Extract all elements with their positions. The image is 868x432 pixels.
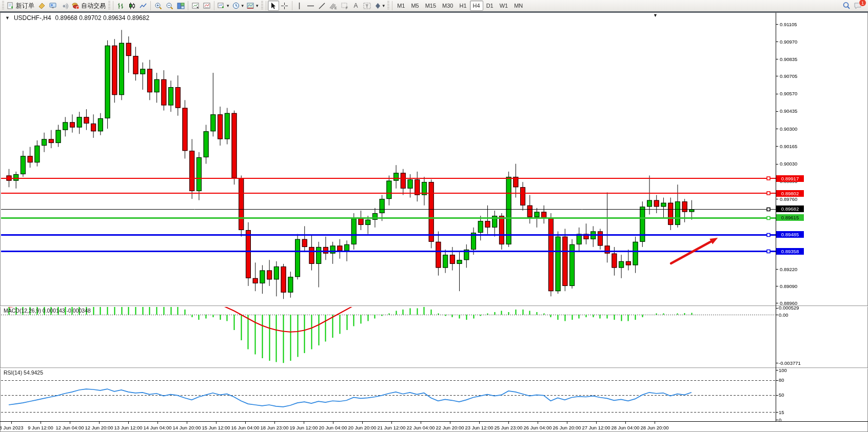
shapes-dropdown-button[interactable]: ▾: [373, 1, 387, 11]
signals-button[interactable]: [58, 1, 70, 11]
dropdown-arrow-icon: ▾: [256, 3, 259, 8]
template-dropdown-button[interactable]: ▾: [245, 1, 260, 11]
tile-windows-icon: [177, 2, 185, 10]
horizontal-line-icon: [307, 2, 314, 10]
vertical-line-icon: [296, 2, 303, 10]
crosshair-tool-button[interactable]: [279, 1, 290, 11]
profiles-chart-icon: [218, 2, 225, 10]
dropdown-arrow-icon: ▾: [227, 3, 229, 8]
timeframe-m1-button[interactable]: M1: [394, 1, 408, 11]
autotrading-button[interactable]: 自动交易: [70, 1, 107, 11]
svg-text:F: F: [346, 6, 348, 10]
fibonacci-tool-button[interactable]: E: [328, 1, 339, 11]
toolbar-grip[interactable]: [261, 1, 263, 10]
line-chart-mode-button[interactable]: [137, 1, 149, 11]
indicator-list-button[interactable]: [201, 1, 212, 11]
timeframe-m5-button[interactable]: M5: [408, 1, 422, 11]
zoom-out-icon: [166, 2, 173, 10]
terminal-button[interactable]: [47, 1, 58, 11]
yellow-diamond-icon: [38, 2, 46, 10]
cursor-tool-button[interactable]: [268, 1, 279, 11]
horizontal-line-tool-button[interactable]: [305, 1, 317, 11]
speaker-icon: [61, 2, 68, 10]
notification-badge: 1: [859, 0, 866, 7]
crosshair-icon: [281, 2, 288, 10]
svg-text:E: E: [334, 6, 337, 10]
timeframe-mn-button[interactable]: MN: [511, 1, 526, 11]
marketwatch-button[interactable]: [36, 1, 47, 11]
period-dropdown-button[interactable]: ▾: [231, 1, 246, 11]
timeframe-h4-button[interactable]: H4: [470, 1, 483, 11]
timeframe-d1-button[interactable]: D1: [483, 1, 497, 11]
text-label-tool-button[interactable]: T: [362, 1, 373, 11]
zoom-in-button[interactable]: [152, 1, 164, 11]
candlestick-mode-button[interactable]: [126, 1, 137, 11]
cursor-arrow-icon: [269, 2, 277, 10]
zoom-in-icon: [154, 2, 162, 10]
trendline-icon: [318, 2, 326, 10]
profiles-dropdown-button[interactable]: ▾: [216, 1, 231, 11]
toolbar-grip[interactable]: [108, 1, 110, 10]
notifications-button[interactable]: 1: [852, 1, 864, 11]
search-button[interactable]: [841, 1, 852, 11]
text-label-icon: T: [363, 2, 371, 10]
search-icon: [842, 2, 851, 10]
monitor-icon: [49, 2, 57, 10]
text-a-icon: A: [354, 2, 358, 9]
template-icon: [247, 2, 254, 10]
line-chart-icon: [140, 2, 147, 10]
grid-icon: F: [341, 2, 349, 10]
vertical-line-tool-button[interactable]: [294, 1, 305, 11]
timeframe-m30-button[interactable]: M30: [439, 1, 456, 11]
shapes-icon: [374, 2, 381, 10]
main-toolbar: 新订单 自动交易: [0, 0, 868, 12]
text-tool-button[interactable]: A: [350, 1, 362, 11]
timeframe-m15-button[interactable]: M15: [422, 1, 439, 11]
new-order-icon: [7, 2, 14, 10]
new-chart-button[interactable]: [190, 1, 201, 11]
timeframe-toolbar: M1M5M15M30H1H4D1W1MN: [394, 1, 526, 11]
autotrading-label: 自动交易: [81, 2, 106, 10]
trendline-tool-button[interactable]: [317, 1, 328, 11]
bar-chart-mode-button[interactable]: [115, 1, 126, 11]
mt4-terminal: 新订单 自动交易: [0, 0, 868, 432]
dropdown-arrow-icon: ▾: [242, 3, 244, 8]
new-chart-icon: [192, 2, 200, 10]
timeframe-w1-button[interactable]: W1: [497, 1, 511, 11]
fibo-grid-tool-button[interactable]: F: [339, 1, 350, 11]
new-order-label: 新订单: [16, 2, 34, 10]
candlestick-icon: [128, 2, 136, 10]
chart-canvas[interactable]: [0, 0, 868, 432]
autotrading-icon: [71, 2, 80, 10]
zoom-out-button[interactable]: [164, 1, 175, 11]
indicator-list-icon: [203, 2, 211, 10]
svg-text:T: T: [365, 4, 368, 9]
tile-windows-button[interactable]: [175, 1, 186, 11]
fibonacci-icon: E: [329, 2, 338, 10]
timeframe-h1-button[interactable]: H1: [457, 1, 470, 11]
clock-icon: [232, 2, 240, 10]
toolbar-grip[interactable]: [2, 1, 4, 10]
new-order-button[interactable]: 新订单: [5, 1, 36, 11]
ohlc-bars-icon: [117, 2, 125, 10]
toolbar-grip[interactable]: [387, 1, 389, 10]
dropdown-arrow-icon: ▾: [383, 3, 385, 8]
